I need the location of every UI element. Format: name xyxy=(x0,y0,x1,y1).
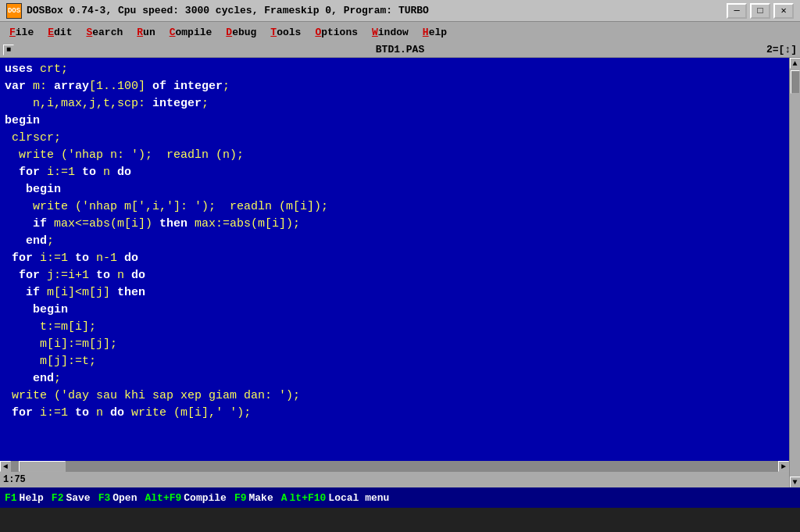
code-line-5: clrscr; xyxy=(5,130,784,147)
altf9-key: Alt+F9 xyxy=(145,492,181,504)
altf10-key: A xyxy=(281,492,288,504)
f3-label: Open xyxy=(112,492,137,504)
code-line-17: m[i]:=m[j]; xyxy=(5,336,784,353)
bottom-f2[interactable]: F2 Save xyxy=(52,492,91,504)
minimize-button[interactable]: — xyxy=(727,3,747,19)
scroll-down-button[interactable]: ▼ xyxy=(790,477,801,487)
code-area[interactable]: uses crt; var m: array[1..100] of intege… xyxy=(0,58,789,487)
code-line-16: t:=m[i]; xyxy=(5,319,784,336)
f1-label: Help xyxy=(20,492,44,504)
altf10-key2: lt+F10 xyxy=(290,492,327,504)
hscroll-track[interactable] xyxy=(11,461,778,472)
code-line-11: end; xyxy=(5,233,784,250)
menu-search[interactable]: Search xyxy=(80,25,129,40)
bottom-altf9[interactable]: Alt+F9 Compile xyxy=(145,492,226,504)
code-line-10: if max<=abs(m[i]) then max:=abs(m[i]); xyxy=(5,216,784,233)
hscroll-left-button[interactable]: ◄ xyxy=(0,461,11,472)
editor-topbar-left: ■ xyxy=(3,45,14,55)
code-line-9: write ('nhap m[',i,']: '); readln (m[i])… xyxy=(5,198,784,216)
title-text: DOSBox 0.74-3, Cpu speed: 3000 cycles, F… xyxy=(27,5,429,16)
close-button[interactable]: ✕ xyxy=(773,3,794,19)
editor-window-num: 2=[↕] xyxy=(766,44,797,55)
code-line-19: end; xyxy=(5,370,784,387)
bottom-bar: F1 Help F2 Save F3 Open Alt+F9 Compile F… xyxy=(0,487,800,508)
editor-topbar: ■ BTD1.PAS 2=[↕] xyxy=(0,42,800,58)
f1-key: F1 xyxy=(5,492,17,504)
scroll-up-button[interactable]: ▲ xyxy=(790,58,801,69)
title-bar-left: DOS DOSBox 0.74-3, Cpu speed: 3000 cycle… xyxy=(6,3,429,19)
menu-options[interactable]: Options xyxy=(309,25,364,40)
code-line-2: var m: array[1..100] of integer; xyxy=(5,78,784,95)
altf9-label: Compile xyxy=(184,492,227,504)
code-line-15: begin xyxy=(5,302,784,319)
f9-key: F9 xyxy=(234,492,247,504)
bottom-f1[interactable]: F1 Help xyxy=(5,492,44,504)
code-line-18: m[j]:=t; xyxy=(5,353,784,370)
menu-window[interactable]: Window xyxy=(366,25,415,40)
menu-tools[interactable]: Tools xyxy=(264,25,307,40)
menu-edit[interactable]: Edit xyxy=(41,25,78,40)
code-line-4: begin xyxy=(5,112,784,130)
menu-debug[interactable]: Debug xyxy=(220,25,262,40)
editor-close-button[interactable]: ■ xyxy=(3,45,14,55)
scroll-thumb[interactable] xyxy=(791,70,800,94)
code-line-3: n,i,max,j,t,scp: integer; xyxy=(5,95,784,112)
editor-title: BTD1.PAS xyxy=(376,44,424,55)
code-line-8: begin xyxy=(5,181,784,198)
hscroll-bar[interactable]: ◄ ► xyxy=(0,461,789,472)
f2-label: Save xyxy=(66,492,90,504)
code-line-14: if m[i]<m[j] then xyxy=(5,284,784,302)
editor-statusbar: 1:75 xyxy=(0,472,789,487)
scrollbar-right[interactable]: ▲ ▼ xyxy=(789,58,800,487)
f3-key: F3 xyxy=(98,492,111,504)
altf10-label: Local menu xyxy=(328,492,389,504)
menu-compile[interactable]: Compile xyxy=(163,25,219,40)
editor-container: ■ BTD1.PAS 2=[↕] uses crt; var m: array[… xyxy=(0,42,800,487)
code-line-1: uses crt; xyxy=(5,61,784,78)
restore-button[interactable]: □ xyxy=(750,3,770,19)
dosbox-icon: DOS xyxy=(6,3,22,19)
menu-help[interactable]: Help xyxy=(416,25,453,40)
code-line-12: for i:=1 to n-1 do xyxy=(5,250,784,267)
code-line-13: for j:=i+1 to n do xyxy=(5,267,784,284)
code-line-7: for i:=1 to n do xyxy=(5,164,784,181)
code-line-21: for i:=1 to n do write (m[i],' '); xyxy=(5,405,784,422)
cursor-position: 1:75 xyxy=(3,474,26,485)
title-controls: — □ ✕ xyxy=(727,3,794,19)
menu-bar: File Edit Search Run Compile Debug Tools… xyxy=(0,22,800,42)
menu-file[interactable]: File xyxy=(3,25,40,40)
code-line-20: write ('day sau khi sap xep giam dan: ')… xyxy=(5,387,784,405)
bottom-f9[interactable]: F9 Make xyxy=(234,492,273,504)
bottom-f3[interactable]: F3 Open xyxy=(98,492,138,504)
hscroll-right-button[interactable]: ► xyxy=(778,461,789,472)
code-line-6: write ('nhap n: '); readln (n); xyxy=(5,147,784,164)
title-bar: DOS DOSBox 0.74-3, Cpu speed: 3000 cycle… xyxy=(0,0,800,22)
hscroll-thumb[interactable] xyxy=(19,461,66,472)
menu-run[interactable]: Run xyxy=(130,25,161,40)
f2-key: F2 xyxy=(52,492,64,504)
bottom-altf10[interactable]: Alt+F10 Local menu xyxy=(281,492,390,504)
f9-label: Make xyxy=(249,492,273,504)
